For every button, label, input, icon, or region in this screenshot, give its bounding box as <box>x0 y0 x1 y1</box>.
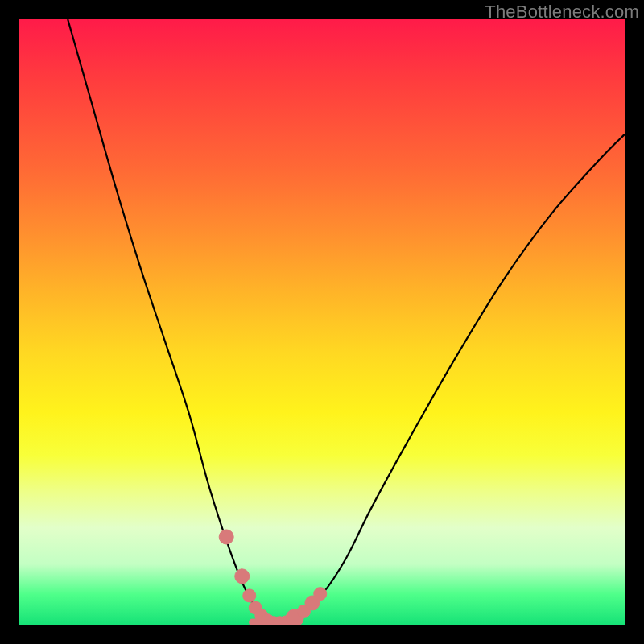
watermark-text: TheBottleneck.com <box>485 2 639 23</box>
bottleneck-curve <box>68 19 625 624</box>
data-marker <box>235 569 250 584</box>
marker-group <box>219 530 327 625</box>
chart-plot-area <box>19 19 625 625</box>
chart-svg <box>19 19 625 625</box>
chart-frame: TheBottleneck.com <box>0 0 644 644</box>
data-marker <box>314 588 327 601</box>
data-marker <box>243 589 256 602</box>
data-marker <box>219 530 233 544</box>
